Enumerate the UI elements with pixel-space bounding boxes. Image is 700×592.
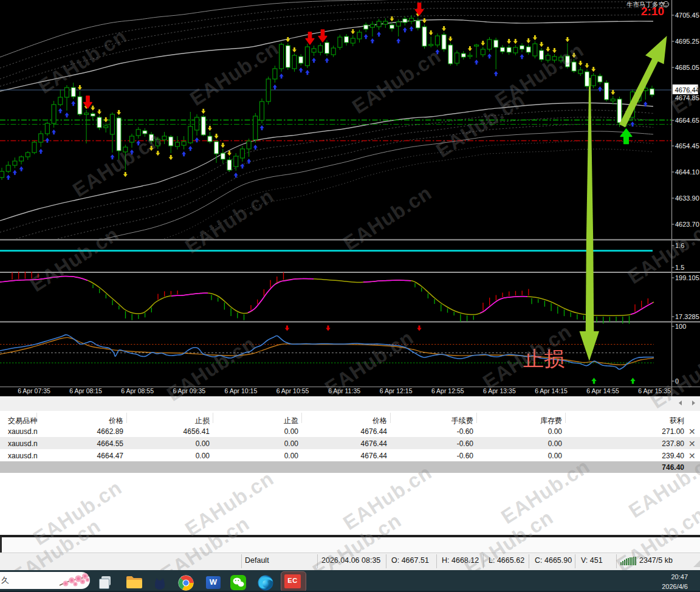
svg-text:199.1051: 199.1051 <box>675 274 700 281</box>
svg-text:1.5: 1.5 <box>675 264 684 271</box>
svg-text:4695.25: 4695.25 <box>675 38 699 45</box>
svg-text:6 Apr 12:55: 6 Apr 12:55 <box>431 387 464 394</box>
svg-text:17.3285: 17.3285 <box>675 313 699 320</box>
svg-text:6 Apr 10:55: 6 Apr 10:55 <box>276 387 309 394</box>
svg-text:6 Apr 07:35: 6 Apr 07:35 <box>18 387 50 394</box>
svg-text:6 Apr 10:15: 6 Apr 10:15 <box>225 387 258 394</box>
svg-text:6 Apr 14:15: 6 Apr 14:15 <box>535 387 568 394</box>
svg-text:6 Apr 08:55: 6 Apr 08:55 <box>121 387 154 394</box>
svg-text:2:10: 2:10 <box>641 5 664 18</box>
svg-text:4654.45: 4654.45 <box>675 142 699 150</box>
svg-text:6 Apr 08:15: 6 Apr 08:15 <box>69 387 102 394</box>
svg-text:4705.45: 4705.45 <box>675 12 699 19</box>
svg-text:4644.10: 4644.10 <box>675 168 699 176</box>
svg-text:6 Apr 12:15: 6 Apr 12:15 <box>380 387 413 394</box>
svg-text:6 Apr 14:55: 6 Apr 14:55 <box>586 387 619 394</box>
svg-text:4685.05: 4685.05 <box>675 64 699 71</box>
svg-text:100: 100 <box>675 323 686 330</box>
svg-text:4633.90: 4633.90 <box>675 194 699 202</box>
